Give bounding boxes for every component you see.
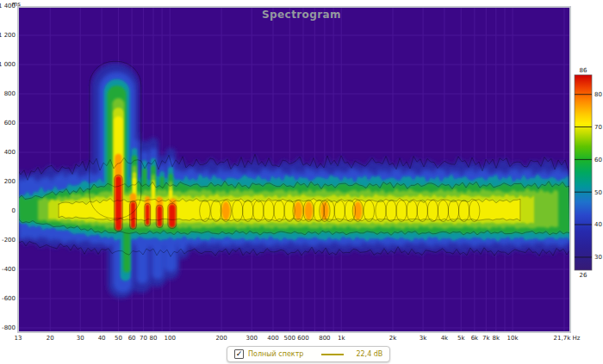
legend-series-label[interactable]: Полный спектр — [248, 347, 303, 361]
y-tick-label: 1 400 — [0, 3, 16, 9]
y-tick-label: 1 200 — [0, 32, 16, 39]
x-tick-label: 1k — [338, 335, 345, 342]
x-tick-label: 30 — [77, 335, 84, 342]
x-tick-label: 100 — [165, 335, 176, 342]
x-tick-label: 4k — [441, 335, 449, 342]
hotspot-oval — [304, 201, 313, 220]
y-tick-label: 400 — [4, 149, 16, 156]
colorbar-tick-label: 80 — [594, 91, 602, 98]
colorbar-tick-label: 30 — [594, 254, 602, 261]
hotspot-oval — [387, 201, 395, 220]
hotspot-oval — [233, 201, 242, 220]
x-tick-label: 50 — [115, 335, 122, 342]
series-checkbox[interactable]: ✓ — [234, 349, 244, 359]
hotspot-oval — [275, 201, 283, 220]
hotspot-oval — [221, 201, 230, 220]
x-tick-label: 300 — [246, 335, 258, 342]
x-axis-labels: 13203040506070801002003004005006008001k2… — [15, 335, 581, 342]
checkbox-check-icon: ✓ — [236, 350, 243, 358]
plume-red — [115, 176, 122, 231]
colorbar-tick-label: 50 — [594, 189, 602, 196]
hotspot-oval — [320, 201, 329, 220]
x-tick-label: 60 — [128, 335, 136, 342]
y-axis-labels: 1 4001 2001 0008006004002000-200-400-600… — [0, 3, 16, 331]
x-tick-label: 80 — [150, 335, 158, 342]
hotspot-oval — [470, 201, 479, 220]
hotspot-oval — [353, 201, 362, 220]
y-tick-label: -200 — [2, 237, 16, 244]
colorbar-tick-label: 70 — [594, 124, 602, 131]
y-tick-label: -600 — [2, 295, 16, 302]
x-tick-label: 13 — [15, 335, 22, 342]
hotspot-oval — [264, 201, 273, 220]
spectrogram-canvas: Spectrogram ms 1 4001 2001 0008006004002… — [0, 0, 603, 364]
x-tick-label: 600 — [297, 335, 308, 342]
x-tick-label: 400 — [267, 335, 278, 342]
colorbar: 86 26 807060504030 — [575, 67, 602, 279]
y-tick-label: -800 — [2, 324, 16, 331]
colorbar-max-label: 86 — [580, 67, 587, 74]
legend: ✓ Полный спектр 22,4 dB — [227, 346, 390, 362]
legend-value: 22,4 dB — [356, 347, 382, 361]
colorbar-gradient — [575, 75, 592, 270]
x-tick-label: 8k — [493, 335, 500, 342]
x-tick-label: 3k — [420, 335, 427, 342]
x-tick-label: 70 — [140, 335, 147, 342]
hotspot-oval — [201, 201, 209, 220]
hotspot-oval — [407, 201, 416, 220]
hotspot-oval — [244, 201, 252, 220]
x-tick-label: 10k — [507, 335, 519, 342]
plume-yellow — [152, 184, 154, 203]
y-tick-label: 600 — [4, 120, 16, 126]
plume-red — [131, 202, 136, 229]
y-tick-label: 1 000 — [0, 61, 16, 68]
x-tick-label: 200 — [215, 335, 227, 342]
colorbar-tick-label: 40 — [594, 221, 602, 228]
hotspot-oval — [212, 201, 221, 220]
y-tick-label: 200 — [4, 178, 16, 185]
plume-red — [157, 206, 162, 227]
colorbar-tick-label: 60 — [594, 157, 602, 163]
hotspot-oval — [364, 201, 373, 220]
hotspot-oval — [335, 201, 344, 220]
chart-title: Spectrogram — [262, 9, 341, 21]
hotspot-oval — [376, 201, 385, 220]
hotspot-oval — [418, 201, 426, 220]
hotspot-oval — [450, 201, 458, 220]
x-tick-label: 40 — [98, 335, 106, 342]
colorbar-min-label: 26 — [580, 272, 587, 279]
x-tick-label: 500 — [284, 335, 295, 342]
series-color-swatch — [321, 354, 344, 355]
y-tick-label: -400 — [2, 266, 16, 273]
x-tick-label: 2k — [389, 335, 397, 342]
x-tick-label: 21,7k Hz — [554, 335, 581, 342]
hotspot-oval — [438, 201, 447, 220]
x-tick-label: 800 — [319, 335, 330, 342]
plume-red — [146, 204, 150, 225]
hotspot-oval — [397, 201, 406, 220]
hotspot-oval — [254, 201, 263, 220]
hotspot-oval — [345, 201, 354, 220]
hotspot-oval — [460, 201, 469, 220]
hotspot-oval — [428, 201, 437, 220]
y-tick-label: 800 — [4, 90, 16, 97]
x-tick-label: 7k — [482, 335, 490, 342]
x-tick-label: 5k — [457, 335, 465, 342]
x-tick-label: 6k — [471, 335, 479, 342]
x-tick-label: 20 — [47, 335, 54, 342]
plume-red — [169, 204, 176, 227]
y-tick-label: 0 — [12, 207, 16, 214]
